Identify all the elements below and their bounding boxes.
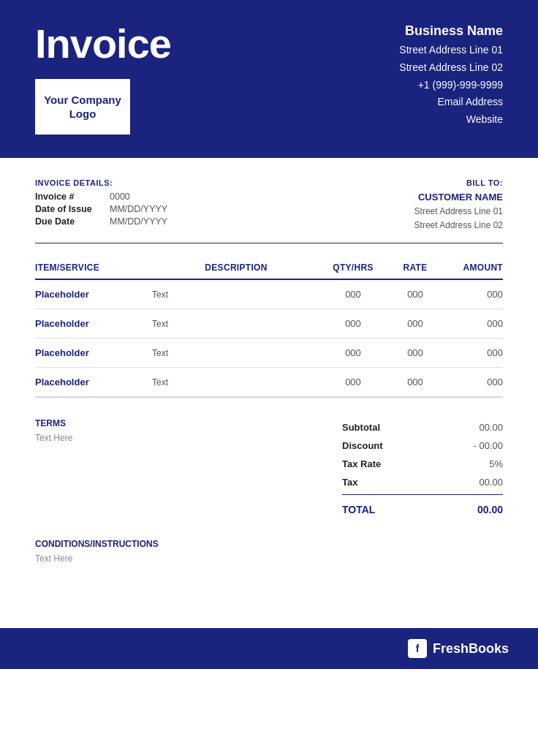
row3-amount: 000 [444, 347, 503, 358]
table-header: ITEM/SERVICE DESCRIPTION QTY/HRS RATE AM… [35, 257, 503, 280]
conditions-text: Text Here [35, 553, 503, 564]
freshbooks-icon: f [408, 639, 427, 658]
header-divider [35, 243, 503, 243]
row3-item: Placeholder [35, 347, 152, 358]
row4-qty: 000 [320, 377, 386, 388]
invoice-number-val: 0000 [110, 192, 130, 202]
row1-desc: Text [152, 290, 320, 300]
total-final-row: TOTAL 00.00 [342, 498, 503, 518]
table-row: Placeholder Text 000 000 000 [35, 280, 503, 309]
terms-label: TERMS [35, 418, 254, 428]
date-of-issue-key: Date of Issue [35, 204, 101, 214]
header-right: Business Name Street Address Line 01 Str… [399, 23, 503, 129]
row2-amount: 000 [444, 318, 503, 329]
website: Website [399, 111, 503, 129]
row3-rate: 000 [386, 347, 444, 358]
row3-qty: 000 [320, 347, 386, 358]
col-description: DESCRIPTION [152, 262, 320, 273]
col-rate: RATE [386, 262, 444, 273]
due-date-key: Due Date [35, 216, 101, 227]
bill-address-line1: Street Address Line 01 [357, 205, 503, 219]
totals-section: Subtotal 00.00 Discount - 00.00 Tax Rate… [342, 418, 503, 518]
subtotal-row: Subtotal 00.00 [342, 418, 503, 436]
row4-amount: 000 [444, 377, 503, 388]
freshbooks-brand-name: FreshBooks [433, 641, 509, 657]
col-qty: QTY/HRS [320, 262, 386, 273]
row4-item: Placeholder [35, 377, 152, 388]
header-left: Invoice Your Company Logo [35, 23, 171, 135]
address-line2: Street Address Line 02 [399, 59, 503, 77]
bill-to: BILL TO: CUSTOMER NAME Street Address Li… [357, 178, 503, 233]
invoice-details-label: INVOICE DETAILS: [35, 178, 357, 187]
subtotal-label: Subtotal [342, 422, 380, 433]
conditions-section: CONDITIONS/INSTRUCTIONS Text Here [35, 539, 503, 564]
tax-label: Tax [342, 477, 357, 488]
date-of-issue-val: MM/DD/YYYY [110, 204, 167, 214]
freshbooks-logo: f FreshBooks [408, 639, 509, 658]
due-date-val: MM/DD/YYYY [110, 216, 167, 227]
invoice-title: Invoice [35, 23, 171, 64]
details-row: INVOICE DETAILS: Invoice # 0000 Date of … [35, 178, 503, 233]
invoice-details: INVOICE DETAILS: Invoice # 0000 Date of … [35, 178, 357, 229]
discount-label: Discount [342, 440, 383, 451]
discount-value: - 00.00 [474, 440, 503, 451]
total-value: 00.00 [477, 504, 503, 515]
row4-rate: 000 [386, 377, 444, 388]
logo-text: Your Company Logo [37, 93, 129, 121]
due-date-row: Due Date MM/DD/YYYY [35, 216, 357, 227]
header: Invoice Your Company Logo Business Name … [0, 0, 538, 158]
invoice-number-key: Invoice # [35, 192, 101, 202]
row4-desc: Text [152, 377, 320, 388]
table-section: ITEM/SERVICE DESCRIPTION QTY/HRS RATE AM… [35, 257, 503, 398]
business-name: Business Name [399, 23, 503, 39]
business-info: Street Address Line 01 Street Address Li… [399, 42, 503, 129]
row1-item: Placeholder [35, 289, 152, 300]
date-of-issue-row: Date of Issue MM/DD/YYYY [35, 204, 357, 214]
body: INVOICE DETAILS: Invoice # 0000 Date of … [0, 158, 538, 584]
row2-desc: Text [152, 319, 320, 329]
terms-section: TERMS Text Here [35, 418, 254, 518]
invoice-number-row: Invoice # 0000 [35, 192, 357, 202]
row2-qty: 000 [320, 318, 386, 329]
table-row: Placeholder Text 000 000 000 [35, 368, 503, 397]
address-line1: Street Address Line 01 [399, 42, 503, 59]
row1-amount: 000 [444, 289, 503, 300]
conditions-label: CONDITIONS/INSTRUCTIONS [35, 539, 503, 549]
bottom-section: TERMS Text Here Subtotal 00.00 Discount … [35, 418, 503, 518]
subtotal-value: 00.00 [479, 422, 503, 433]
tax-rate-row: Tax Rate 5% [342, 455, 503, 473]
total-divider [342, 494, 503, 495]
discount-row: Discount - 00.00 [342, 436, 503, 455]
tax-rate-label: Tax Rate [342, 458, 381, 469]
row3-desc: Text [152, 348, 320, 358]
table-bottom-divider [35, 397, 503, 398]
terms-text: Text Here [35, 433, 254, 443]
col-amount: AMOUNT [444, 262, 503, 273]
col-item: ITEM/SERVICE [35, 262, 152, 273]
phone: +1 (999)-999-9999 [399, 77, 503, 94]
fb-icon-letter: f [416, 643, 420, 654]
row2-rate: 000 [386, 318, 444, 329]
total-label: TOTAL [342, 504, 375, 515]
row1-qty: 000 [320, 289, 386, 300]
bill-address: Street Address Line 01 Street Address Li… [357, 205, 503, 233]
tax-value: 00.00 [479, 477, 503, 488]
row2-item: Placeholder [35, 318, 152, 329]
bill-address-line2: Street Address Line 02 [357, 219, 503, 233]
customer-name: CUSTOMER NAME [357, 192, 503, 203]
tax-row: Tax 00.00 [342, 473, 503, 491]
table-row: Placeholder Text 000 000 000 [35, 309, 503, 339]
row1-rate: 000 [386, 289, 444, 300]
table-row: Placeholder Text 000 000 000 [35, 339, 503, 368]
email: Email Address [399, 94, 503, 111]
bill-to-label: BILL TO: [357, 178, 503, 187]
logo-box: Your Company Logo [35, 79, 130, 135]
tax-rate-value: 5% [489, 458, 503, 469]
footer: f FreshBooks [0, 628, 538, 669]
